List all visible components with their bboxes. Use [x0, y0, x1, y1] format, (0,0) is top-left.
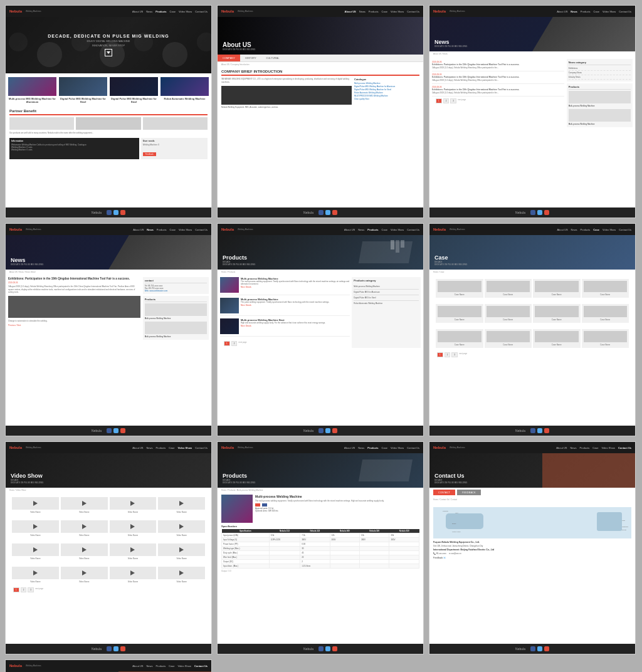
p-next-page[interactable]: next page: [238, 341, 246, 346]
pd-youtube-icon[interactable]: [332, 646, 337, 651]
v-about-link[interactable]: About US: [132, 446, 143, 449]
product-list-item-2[interactable]: Multi-process Welding Machine The pulse …: [220, 298, 350, 316]
c-video-link[interactable]: Video Show: [603, 228, 616, 231]
nm-video-link[interactable]: Video Show: [603, 10, 616, 13]
video-item-1[interactable]: Video Name: [12, 497, 59, 513]
case-card-3[interactable]: Case Name: [533, 279, 581, 298]
cs-twitter-icon[interactable]: [537, 646, 542, 651]
about-nav-link[interactable]: About US: [345, 10, 356, 13]
v-twitter-icon[interactable]: [113, 646, 118, 651]
nd-about-link[interactable]: About US: [133, 228, 144, 231]
case-card-2[interactable]: Case Name: [485, 279, 532, 298]
pd-twitter-icon[interactable]: [325, 646, 330, 651]
news-item-3[interactable]: 2019-09-06 Exhibitions: Participation in…: [432, 84, 564, 97]
pd-about-link[interactable]: About US: [344, 446, 355, 449]
news-cat-company[interactable]: Company News: [569, 71, 631, 75]
nav-link-about[interactable]: About US: [132, 10, 143, 13]
nav-link-news[interactable]: News: [146, 10, 152, 13]
page-2[interactable]: 2: [443, 98, 450, 103]
cf-news-link[interactable]: News: [146, 664, 152, 668]
c-products-link[interactable]: Products: [581, 228, 591, 231]
product-card-3[interactable]: Digital Pulse MIG Welding Machine for St…: [110, 77, 158, 103]
c-news-link[interactable]: News: [571, 228, 577, 231]
p-page-2[interactable]: 2: [231, 341, 238, 346]
nav-link-video[interactable]: Video Show: [179, 10, 192, 13]
c-case-link[interactable]: Case: [593, 228, 599, 231]
cs-tab-feedback[interactable]: FEEDBACK: [457, 490, 481, 495]
product-card-4[interactable]: Robot Automatic Welding Machine: [160, 77, 209, 103]
p-facebook-icon[interactable]: [318, 428, 324, 433]
case-next[interactable]: next page: [459, 352, 467, 357]
catalogue-item-3[interactable]: Digital Pulse MIG Welding Machine for St…: [354, 88, 419, 91]
video-item-12[interactable]: Video Name: [158, 543, 205, 560]
case-page-2[interactable]: 2: [445, 352, 451, 357]
page-3[interactable]: 3: [450, 98, 456, 103]
cs-products-link[interactable]: Products: [579, 446, 589, 449]
about-twitter-icon[interactable]: [325, 210, 330, 215]
nm-case-link[interactable]: Case: [594, 10, 599, 13]
products-cat-2[interactable]: Digital Pulse MIG for Aluminum: [354, 290, 419, 295]
case-youtube-icon[interactable]: [544, 428, 549, 433]
case-card-12[interactable]: Case Name: [582, 329, 629, 348]
pd-products-link[interactable]: Products: [367, 446, 378, 449]
video-nav-link[interactable]: Video Show: [391, 10, 404, 13]
video-item-8[interactable]: Video Name: [158, 520, 205, 537]
p-youtube-icon[interactable]: [332, 428, 337, 433]
p-twitter-icon[interactable]: [325, 428, 330, 433]
video-item-15[interactable]: Video Name: [110, 567, 157, 583]
case-page-1[interactable]: 1: [437, 352, 443, 357]
video-item-2[interactable]: Video Name: [61, 497, 108, 513]
next-page[interactable]: next page: [458, 98, 466, 103]
case-card-9[interactable]: Case Name: [436, 329, 483, 348]
v-news-link[interactable]: News: [146, 446, 152, 449]
product-card-2[interactable]: Digital Pulse MIG Welding Machine for St…: [59, 77, 107, 103]
video-page-1[interactable]: 1: [13, 587, 19, 592]
v-contact-link[interactable]: Contact Us: [195, 446, 208, 449]
contact-nav-link[interactable]: Contact Us: [407, 10, 419, 13]
nd-facebook-icon[interactable]: [107, 428, 112, 433]
video-page-2[interactable]: 2: [21, 587, 27, 592]
cf-case-link[interactable]: Case: [169, 664, 174, 668]
v-youtube-icon[interactable]: [120, 646, 125, 651]
cf-about-link[interactable]: About US: [132, 664, 143, 668]
p-page-1[interactable]: 1: [224, 341, 230, 346]
nav-link-products[interactable]: Products: [155, 10, 166, 13]
news-nav-link[interactable]: News: [359, 10, 366, 13]
news-item-2[interactable]: 2019-09-06 Exhibitions: Participation in…: [432, 71, 564, 84]
pd-facebook-icon[interactable]: [318, 646, 324, 651]
video-item-4[interactable]: Video Name: [158, 497, 205, 513]
cf-video-link[interactable]: Video Show: [178, 664, 191, 668]
nm-twitter-icon[interactable]: [537, 210, 542, 215]
video-item-10[interactable]: Video Name: [61, 543, 108, 560]
cs-facebook-icon[interactable]: [530, 646, 535, 651]
video-item-14[interactable]: Video Name: [61, 567, 108, 583]
products-cat-4[interactable]: Robot Automatic Welding Machine: [354, 301, 419, 306]
case-page-3[interactable]: 3: [451, 352, 458, 357]
cf-contact-link[interactable]: Contact Us: [194, 664, 208, 668]
video-item-13[interactable]: Video Name: [12, 567, 59, 583]
about-facebook-icon[interactable]: [318, 210, 324, 215]
nm-contact-link[interactable]: Contact Us: [619, 10, 631, 13]
catalogue-item-5[interactable]: MULTIPROCESS MIG Welding Machine: [354, 95, 419, 97]
youtube-icon[interactable]: [120, 210, 125, 215]
tab-company[interactable]: COMPANY: [218, 55, 240, 61]
product-card-1[interactable]: Multi-process MIG Welding Machine for Al…: [8, 77, 56, 103]
news-cat-industry[interactable]: Industry News: [569, 75, 631, 80]
v-video-link[interactable]: Video Show: [178, 446, 192, 449]
p-contact-link[interactable]: Contact Us: [407, 228, 419, 231]
tab-cultural[interactable]: CULTURAL: [261, 55, 285, 61]
cs-youtube-icon[interactable]: [544, 646, 549, 651]
nav-link-case[interactable]: Case: [170, 10, 176, 13]
feedback-button[interactable]: Feedback: [143, 152, 156, 156]
catalogue-item-4[interactable]: Robot Automatic Welding Machine: [354, 92, 419, 94]
video-item-6[interactable]: Video Name: [61, 520, 108, 537]
nm-products-link[interactable]: Products: [581, 10, 591, 13]
nd-contact-link[interactable]: Contact Us: [195, 228, 208, 231]
p-about-link[interactable]: About US: [344, 228, 355, 231]
video-item-3[interactable]: Video Name: [110, 497, 157, 513]
video-item-11[interactable]: Video Name: [110, 543, 157, 560]
case-card-10[interactable]: Case Name: [485, 329, 532, 348]
home-scroll-btn[interactable]: [105, 49, 112, 56]
cf-products-link[interactable]: Products: [155, 664, 166, 668]
product-list-more-2[interactable]: More Details: [241, 304, 350, 307]
